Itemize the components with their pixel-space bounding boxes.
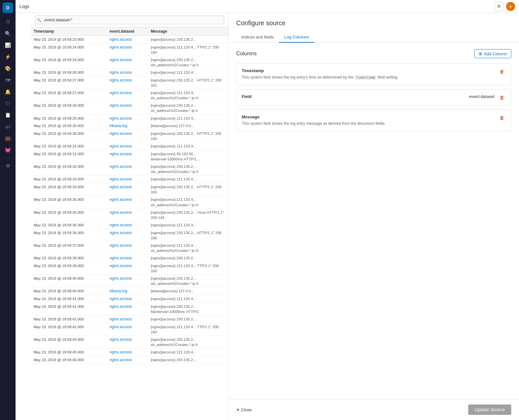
table-row[interactable]: May 23, 2019 @ 19:58:35.000 nginx.access… xyxy=(31,209,228,221)
cell-timestamp: May 23, 2019 @ 19:58:31.000 xyxy=(31,150,107,163)
col-dataset: event.dataset xyxy=(107,27,148,36)
sidebar-item-discover[interactable]: ⏱ xyxy=(3,17,13,27)
table-row[interactable]: May 23, 2019 @ 19:58:40.000 nginx.access… xyxy=(31,275,228,287)
cell-timestamp: May 23, 2019 @ 19:58:36.000 xyxy=(31,229,107,242)
add-column-button[interactable]: ⊕ Add Column xyxy=(474,49,511,58)
sidebar-item-logs[interactable]: 🔍 xyxy=(3,28,13,39)
user-avatar[interactable]: e xyxy=(506,2,515,11)
close-button[interactable]: ✕ Close xyxy=(236,407,252,412)
sidebar-item-apm[interactable]: ⚡ xyxy=(3,52,13,62)
table-row[interactable]: May 23, 2019 @ 19:58:30.000 kibana.log [… xyxy=(31,122,228,130)
cell-dataset: nginx.access xyxy=(107,176,148,183)
log-table-wrapper: Timestamp event.dataset Message May 23, … xyxy=(31,27,228,420)
table-row[interactable]: May 23, 2019 @ 19:58:33.000 nginx.access… xyxy=(31,183,228,196)
sidebar-divider xyxy=(4,158,12,158)
cell-timestamp: May 23, 2019 @ 19:58:40.000 xyxy=(31,275,107,287)
table-row[interactable]: May 23, 2019 @ 19:58:26.000 nginx.access… xyxy=(31,69,228,77)
table-row[interactable]: May 23, 2019 @ 19:58:45.000 nginx.access… xyxy=(31,356,228,364)
table-row[interactable]: May 23, 2019 @ 19:58:27.000 nginx.access… xyxy=(31,76,228,89)
sidebar-item-cases[interactable]: 💼 xyxy=(3,133,13,144)
cell-dataset: nginx.access xyxy=(107,262,148,275)
cell-message: [nginx][access] 230.135.2... ish_address… xyxy=(148,56,228,69)
app-logo[interactable]: D xyxy=(3,3,13,13)
table-row[interactable]: May 23, 2019 @ 19:58:27.000 nginx.access… xyxy=(31,89,228,102)
cell-timestamp: May 23, 2019 @ 19:58:43.000 xyxy=(31,336,107,348)
cell-timestamp: May 23, 2019 @ 19:58:39.000 xyxy=(31,262,107,275)
update-source-button[interactable]: Update Source xyxy=(468,404,511,415)
table-row[interactable]: May 23, 2019 @ 19:58:39.000 nginx.access… xyxy=(31,254,228,262)
tab-indices-fields[interactable]: Indices and fields xyxy=(236,32,279,43)
cell-dataset: nginx.access xyxy=(107,69,148,77)
sidebar-item-dashboard[interactable]: 📊 xyxy=(3,40,13,50)
table-row[interactable]: May 23, 2019 @ 19:58:31.000 nginx.access… xyxy=(31,150,228,163)
table-row[interactable]: May 23, 2019 @ 19:58:45.000 nginx.access… xyxy=(31,349,228,356)
table-row[interactable]: May 23, 2019 @ 19:58:33.000 nginx.access… xyxy=(31,176,228,183)
cell-timestamp: May 23, 2019 @ 19:58:33.000 xyxy=(31,176,107,183)
table-row[interactable]: May 23, 2019 @ 19:58:29.000 nginx.access… xyxy=(31,114,228,122)
table-row[interactable]: May 23, 2019 @ 19:58:24.000 nginx.access… xyxy=(31,56,228,69)
table-row[interactable]: May 23, 2019 @ 19:58:36.000 nginx.access… xyxy=(31,229,228,242)
settings-button[interactable]: ⚙ xyxy=(494,2,503,11)
table-row[interactable]: May 23, 2019 @ 19:58:36.000 nginx.access… xyxy=(31,221,228,229)
table-row[interactable]: May 23, 2019 @ 19:58:31.000 nginx.access… xyxy=(31,143,228,150)
cell-timestamp: May 23, 2019 @ 19:58:33.000 xyxy=(31,183,107,196)
table-row[interactable]: May 23, 2019 @ 19:58:35.000 nginx.access… xyxy=(31,196,228,209)
column-card-message-info: Message This system field shows the log … xyxy=(242,114,494,126)
logs-panel: Timestamp event.dataset Message May 23, … xyxy=(31,13,228,420)
delete-timestamp-button[interactable]: 🗑 xyxy=(498,68,506,75)
sidebar-item-security[interactable]: 🛡 xyxy=(3,98,13,109)
search-input[interactable] xyxy=(35,16,224,24)
table-row[interactable]: May 23, 2019 @ 19:58:41.000 nginx.access… xyxy=(31,303,228,315)
sidebar-item-maps[interactable]: 🗺 xyxy=(3,75,13,85)
table-row[interactable]: May 23, 2019 @ 19:58:41.000 nginx.access… xyxy=(31,295,228,303)
cell-dataset: nginx.access xyxy=(107,76,148,89)
table-row[interactable]: May 23, 2019 @ 19:58:29.000 nginx.access… xyxy=(31,102,228,114)
log-table-body: May 23, 2019 @ 19:58:23.000 nginx.access… xyxy=(31,36,228,364)
plus-icon: ⊕ xyxy=(479,51,482,56)
cell-dataset: kibana.log xyxy=(107,122,148,130)
sidebar-item-canvas[interactable]: 🎨 xyxy=(3,63,13,74)
cell-dataset: nginx.access xyxy=(107,36,148,44)
cell-dataset: nginx.access xyxy=(107,143,148,150)
tab-log-columns[interactable]: Log Columns xyxy=(279,32,314,43)
cell-dataset: nginx.access xyxy=(107,163,148,176)
delete-field-button[interactable]: 🗑 xyxy=(498,94,506,101)
cell-message: [nginx][access] 121.133.4... xyxy=(148,221,228,229)
table-row[interactable]: May 23, 2019 @ 19:58:42.000 nginx.access… xyxy=(31,323,228,336)
cell-message: [nginx][access] 230.135.2... xyxy=(148,254,228,262)
col-message: Message xyxy=(148,27,228,36)
table-row[interactable]: May 23, 2019 @ 19:58:30.000 nginx.access… xyxy=(31,130,228,143)
table-row[interactable]: May 23, 2019 @ 19:58:40.000 kibana.log [… xyxy=(31,287,228,295)
sidebar-item-tags[interactable]: 🏷 xyxy=(3,122,13,132)
sidebar-item-alerting[interactable]: 🔔 xyxy=(3,87,13,97)
cell-timestamp: May 23, 2019 @ 19:58:42.000 xyxy=(31,315,107,323)
sidebar-item-settings[interactable]: ⚙ xyxy=(3,161,13,171)
column-field-value: event.dataset xyxy=(469,94,494,99)
sidebar-item-index[interactable]: 📋 xyxy=(3,110,13,120)
table-row[interactable]: May 23, 2019 @ 19:58:43.000 nginx.access… xyxy=(31,336,228,348)
cell-dataset: nginx.access xyxy=(107,303,148,315)
cell-dataset: nginx.access xyxy=(107,349,148,356)
table-row[interactable]: May 23, 2019 @ 19:58:42.000 nginx.access… xyxy=(31,315,228,323)
log-table: Timestamp event.dataset Message May 23, … xyxy=(31,27,228,364)
cell-timestamp: May 23, 2019 @ 19:58:23.000 xyxy=(31,36,107,44)
cell-message: [nginx][access] 230.135.2... HTTP/1.1" 2… xyxy=(148,76,228,89)
cell-timestamp: May 23, 2019 @ 19:58:30.000 xyxy=(31,122,107,130)
cell-timestamp: May 23, 2019 @ 19:58:27.000 xyxy=(31,76,107,89)
table-row[interactable]: May 23, 2019 @ 19:58:39.000 nginx.access… xyxy=(31,262,228,275)
search-bar xyxy=(31,13,228,27)
cell-message: [nginx][access] 121.133.4... xyxy=(148,69,228,77)
table-row[interactable]: May 23, 2019 @ 19:58:23.000 nginx.access… xyxy=(31,36,228,44)
table-row[interactable]: May 23, 2019 @ 19:58:32.000 nginx.access… xyxy=(31,163,228,176)
config-header: Configure source Indices and fields Log … xyxy=(228,13,519,43)
sidebar-item-uptime[interactable]: 💓 xyxy=(3,145,13,155)
table-row[interactable]: May 23, 2019 @ 19:58:24.000 nginx.access… xyxy=(31,43,228,56)
cell-timestamp: May 23, 2019 @ 19:58:39.000 xyxy=(31,254,107,262)
page-title: Logs xyxy=(19,4,29,9)
cell-message: [kibana][access] 127.0.0... xyxy=(148,122,228,130)
cell-message: [nginx][access] 121.133.4... sh_address%… xyxy=(148,242,228,254)
table-row[interactable]: May 23, 2019 @ 19:58:37.000 nginx.access… xyxy=(31,242,228,254)
delete-message-button[interactable]: 🗑 xyxy=(498,114,506,121)
col-timestamp: Timestamp xyxy=(31,27,107,36)
cell-dataset: nginx.access xyxy=(107,221,148,229)
